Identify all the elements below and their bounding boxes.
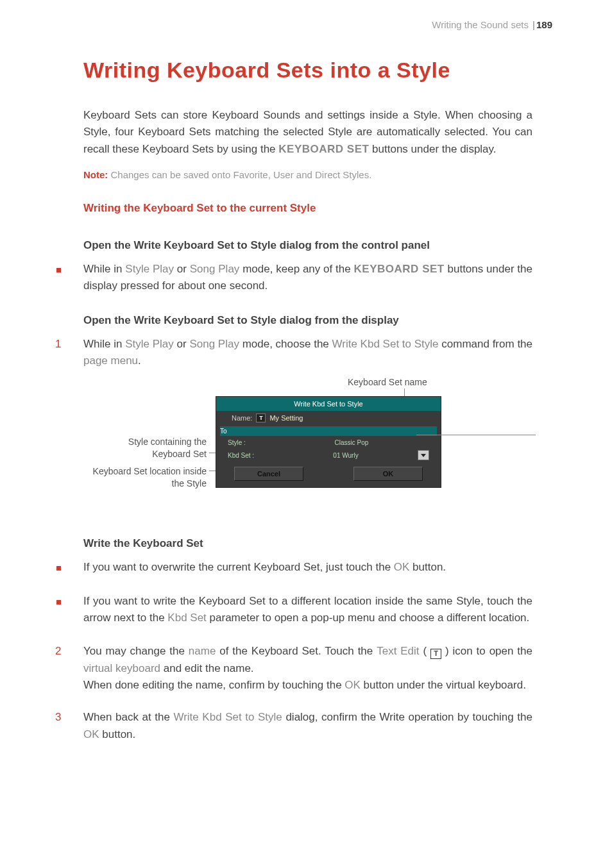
step-number: 2: [55, 643, 83, 677]
callout-kbd-name: Keyboard Set name: [348, 377, 427, 387]
section-heading: Writing the Keyboard Set to the current …: [83, 202, 532, 215]
dialog-button-row: Cancel OK: [216, 462, 441, 487]
page-header: Writing the Sound sets |189: [432, 19, 552, 30]
text: or: [174, 263, 190, 275]
bullet-1-body: While in Style Play or Song Play mode, k…: [83, 261, 532, 295]
dropdown-arrow-icon[interactable]: [418, 450, 429, 460]
kbd-set-term: Kbd Set: [167, 612, 207, 624]
text: and edit the name.: [160, 662, 254, 674]
step-number: 1: [55, 336, 83, 370]
text: button under the virtual keyboard.: [361, 679, 526, 691]
bullet-marker: [55, 559, 83, 576]
step-1-body: While in Style Play or Song Play mode, c…: [83, 336, 532, 370]
page-title: Writing Keyboard Sets into a Style: [83, 58, 532, 83]
page-menu-term: page menu: [83, 355, 138, 367]
bullet-marker: [55, 261, 83, 295]
subheading-display: Open the Write Keyboard Set to Style dia…: [83, 314, 532, 327]
note-text: Changes can be saved onto Favorite, User…: [108, 169, 371, 180]
text: mode, keep any of the: [239, 263, 353, 275]
bullet-marker: [55, 593, 83, 627]
kbd-set-value: 01 Wurly: [274, 452, 418, 459]
intro-paragraph: Keyboard Sets can store Keyboard Sounds …: [83, 107, 532, 158]
note-line: Note: Changes can be saved onto Favorite…: [83, 169, 532, 180]
name-term: name: [189, 645, 216, 657]
header-divider: |: [532, 19, 535, 30]
text: When back at the: [83, 711, 173, 723]
write-kbd-set-term: Write Kbd Set to Style: [173, 711, 282, 723]
step-2-body: You may change the name of the Keyboard …: [83, 643, 532, 677]
square-bullet-icon: [56, 600, 61, 605]
square-bullet-icon: [56, 566, 61, 571]
text: of the Keyboard Set. Touch the: [216, 645, 377, 657]
step-2-continuation: When done editing the name, confirm by t…: [83, 677, 532, 694]
dialog-diagram: Keyboard Set name Style containing the K…: [83, 377, 532, 524]
text: button.: [99, 728, 136, 740]
text-edit-term: Text Edit: [377, 645, 419, 657]
step-number: 3: [55, 709, 83, 743]
text: While in: [83, 338, 125, 350]
text: mode, choose the: [239, 338, 332, 350]
kbd-set-row: Kbd Set : 01 Wurly: [216, 448, 441, 462]
cancel-button[interactable]: Cancel: [234, 467, 303, 481]
dialog-title: Write Kbd Set to Style: [216, 397, 441, 411]
note-label: Note:: [83, 169, 108, 180]
text: While in: [83, 263, 125, 275]
write-kbd-set-term: Write Kbd Set to Style: [332, 338, 439, 350]
text: .: [138, 355, 141, 367]
keyboard-set-term: KEYBOARD SET: [278, 143, 369, 155]
style-play-term: Style Play: [125, 338, 174, 350]
song-play-term: Song Play: [190, 263, 240, 275]
step-3-body: When back at the Write Kbd Set to Style …: [83, 709, 532, 743]
leader-line: [416, 435, 536, 435]
style-label: Style :: [228, 439, 274, 446]
to-header: To: [220, 426, 437, 436]
text: You may change the: [83, 645, 189, 657]
keyboard-set-term: KEYBOARD SET: [354, 263, 445, 275]
name-label: Name:: [232, 414, 252, 422]
text: When done editing the name, confirm by t…: [83, 679, 344, 691]
kbd-set-label: Kbd Set :: [228, 452, 274, 459]
section-name: Writing the Sound sets: [432, 19, 529, 30]
subheading-write: Write the Keyboard Set: [83, 537, 532, 550]
text-edit-icon: T: [430, 649, 441, 659]
write-kbd-dialog: Write Kbd Set to Style Name: T My Settin…: [216, 396, 441, 488]
ok-term: OK: [394, 561, 410, 573]
text: dialog, confirm the Write operation by t…: [282, 711, 532, 723]
ok-term: OK: [83, 728, 99, 740]
page-number: 189: [536, 19, 552, 30]
text: parameter to open a pop-up menu and choo…: [207, 612, 529, 624]
ok-term: OK: [344, 679, 361, 691]
text: button.: [409, 561, 446, 573]
callout-style-containing: Style containing the Keyboard Set: [94, 436, 207, 460]
ok-button[interactable]: OK: [353, 467, 423, 481]
virtual-keyboard-term: virtual keyboard: [83, 662, 160, 674]
text: (: [420, 645, 430, 657]
text: or: [174, 338, 190, 350]
bullet-2-body: If you want to overwrite the current Key…: [83, 559, 532, 576]
song-play-term: Song Play: [189, 338, 239, 350]
intro-text-b: buttons under the display.: [369, 143, 496, 155]
subheading-control-panel: Open the Write Keyboard Set to Style dia…: [83, 239, 532, 252]
text: If you want to overwrite the current Key…: [83, 561, 394, 573]
style-row: Style : Classic Pop: [216, 437, 441, 448]
name-value: My Setting: [269, 414, 303, 422]
bullet-3-body: If you want to write the Keyboard Set to…: [83, 593, 532, 627]
callout-kbd-location: Keyboard Set location inside the Style: [83, 465, 207, 490]
text: ) icon to open the: [441, 645, 532, 657]
text: command from the: [439, 338, 532, 350]
name-row: Name: T My Setting: [216, 411, 441, 425]
square-bullet-icon: [56, 268, 61, 272]
style-play-term: Style Play: [125, 263, 174, 275]
text-edit-icon[interactable]: T: [256, 413, 266, 422]
style-value: Classic Pop: [274, 439, 429, 446]
